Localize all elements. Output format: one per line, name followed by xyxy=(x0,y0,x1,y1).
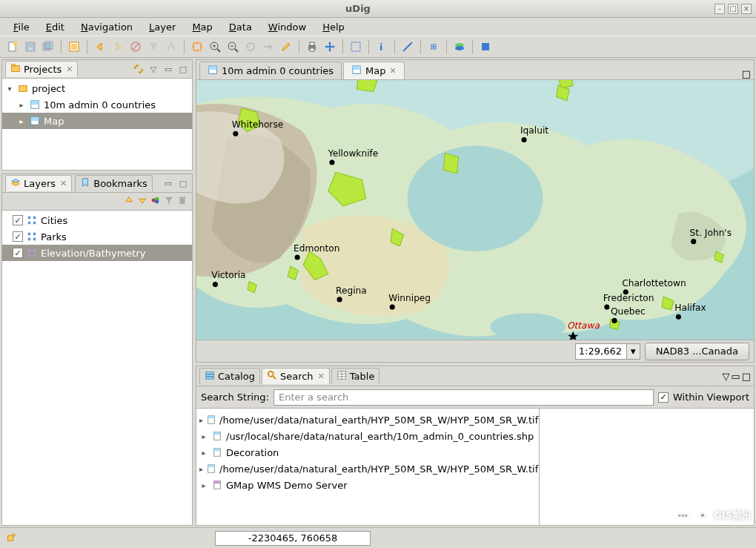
city-dot[interactable] xyxy=(611,318,617,323)
goto-icon[interactable] xyxy=(260,39,276,55)
print-icon[interactable] xyxy=(304,39,320,55)
minimize-icon[interactable]: ▭ xyxy=(731,371,740,382)
scale-input[interactable] xyxy=(575,343,627,360)
measure-icon[interactable] xyxy=(399,39,416,55)
minimize-icon[interactable]: ▭ xyxy=(162,177,174,189)
minimize-icon[interactable]: ▭ xyxy=(162,63,174,75)
within-viewport-checkbox[interactable]: ✓ xyxy=(658,392,669,403)
expand-arrow-icon[interactable]: ▸ xyxy=(199,416,203,424)
maximize-icon[interactable]: □ xyxy=(177,63,189,75)
city-dot[interactable] xyxy=(295,254,300,260)
zoom-extent-icon[interactable] xyxy=(189,39,205,55)
search-result-item[interactable]: ▸ GMap WMS Demo Server xyxy=(196,477,539,493)
close-icon[interactable]: ✕ xyxy=(318,372,325,381)
menu-window[interactable]: Window xyxy=(261,19,314,35)
close-icon[interactable]: ✕ xyxy=(389,66,396,76)
layer-tool-icon[interactable] xyxy=(451,39,468,55)
link-icon[interactable] xyxy=(133,63,145,75)
edit-icon[interactable] xyxy=(278,39,294,55)
expand-arrow-icon[interactable]: ▸ xyxy=(199,449,208,457)
scale-combo[interactable]: ▼ xyxy=(575,343,640,360)
save-all-icon[interactable] xyxy=(40,39,56,55)
close-icon[interactable]: ✕ xyxy=(66,65,73,74)
city-dot[interactable] xyxy=(604,305,609,310)
select-rect-icon[interactable] xyxy=(348,39,364,55)
pan-icon[interactable] xyxy=(322,39,338,55)
city-dot[interactable] xyxy=(337,297,342,302)
info-icon[interactable]: i xyxy=(374,39,390,55)
new-icon[interactable] xyxy=(4,39,21,55)
expand-arrow-icon[interactable]: ▾ xyxy=(5,85,14,93)
delete-icon[interactable] xyxy=(177,195,188,208)
expand-arrow-icon[interactable]: ▸ xyxy=(199,465,203,473)
cancel-icon[interactable] xyxy=(127,39,144,55)
view-menu-icon[interactable]: ▽ xyxy=(147,63,159,75)
city-dot[interactable] xyxy=(521,137,526,142)
search-result-item[interactable]: ▸ Decoration xyxy=(196,444,539,460)
expand-arrow-icon[interactable]: ▸ xyxy=(17,117,26,125)
search-result-item[interactable]: ▸ /home/user/data/natural_earth/HYP_50M_… xyxy=(196,460,539,477)
zoom-out-icon[interactable] xyxy=(225,39,241,55)
refresh-icon[interactable] xyxy=(242,39,259,55)
tool-a-icon[interactable] xyxy=(145,39,162,55)
editor-tab[interactable]: Map ✕ xyxy=(343,62,405,79)
close-icon[interactable]: ✕ xyxy=(60,179,67,188)
layer-checkbox[interactable]: ✓ xyxy=(13,215,23,225)
snap-icon[interactable] xyxy=(425,39,442,55)
tool-b-icon[interactable] xyxy=(163,39,179,55)
editor-tab[interactable]: 10m admin 0 countries xyxy=(199,62,342,79)
layer-checkbox[interactable]: ✓ xyxy=(13,231,23,242)
crs-button[interactable]: NAD83 ...Canada xyxy=(645,343,749,360)
layer-checkbox[interactable]: ✓ xyxy=(13,248,23,258)
menu-help[interactable]: Help xyxy=(315,19,352,35)
search-input[interactable] xyxy=(273,389,654,406)
city-dot[interactable] xyxy=(213,282,218,287)
maximize-icon[interactable]: □ xyxy=(177,177,189,189)
menu-data[interactable]: Data xyxy=(222,19,259,35)
map-canvas[interactable]: WhitehorseIqaluitYellowknifeSt. John'sEd… xyxy=(196,79,754,340)
menu-edit[interactable]: Edit xyxy=(39,19,72,35)
search-result-item[interactable]: ▸ /home/user/data/natural_earth/HYP_50M_… xyxy=(196,412,539,428)
city-dot[interactable] xyxy=(691,239,696,244)
forward-icon[interactable] xyxy=(110,39,126,55)
city-dot[interactable] xyxy=(676,314,681,320)
stop-icon[interactable] xyxy=(477,39,494,55)
city-dot[interactable] xyxy=(233,131,238,136)
project-item[interactable]: ▸ Map xyxy=(2,113,192,129)
search-tab[interactable]: Search ✕ xyxy=(262,368,330,384)
layer-item[interactable]: ✓ Parks xyxy=(2,228,192,245)
coordinate-display[interactable]: -2230465, 760658 xyxy=(215,531,371,546)
expand-arrow-icon[interactable]: ▸ xyxy=(17,101,26,109)
back-icon[interactable] xyxy=(92,39,108,55)
layer-item[interactable]: ✓ Cities xyxy=(2,212,192,228)
projects-tab[interactable]: Projects ✕ xyxy=(5,61,78,77)
search-result-item[interactable]: ▸ /usr/local/share/data/natural_earth/10… xyxy=(196,428,539,444)
menu-layer[interactable]: Layer xyxy=(142,19,183,35)
window-maximize-button[interactable]: □ xyxy=(728,4,738,14)
catalog-tab[interactable]: Catalog xyxy=(199,368,260,384)
layer-item[interactable]: ✓ Elevation/Bathymetry xyxy=(2,245,192,261)
maximize-icon[interactable]: □ xyxy=(742,371,751,382)
move-up-icon[interactable] xyxy=(124,195,134,208)
filter-icon[interactable] xyxy=(164,195,174,208)
save-icon[interactable] xyxy=(22,39,39,55)
layers-tab[interactable]: Layers ✕ xyxy=(5,175,72,191)
table-tab[interactable]: Table xyxy=(331,368,380,384)
window-close-button[interactable]: × xyxy=(741,4,752,14)
expand-arrow-icon[interactable]: ▸ xyxy=(199,481,208,489)
menu-file[interactable]: File xyxy=(6,19,37,35)
menu-map[interactable]: Map xyxy=(185,19,219,35)
maximize-icon[interactable]: □ xyxy=(742,68,751,79)
menu-navigation[interactable]: Navigation xyxy=(73,19,140,35)
window-minimize-button[interactable]: – xyxy=(714,4,725,14)
move-down-icon[interactable] xyxy=(137,195,147,208)
open-map-icon[interactable] xyxy=(66,39,82,55)
bookmarks-tab[interactable]: Bookmarks xyxy=(75,175,153,191)
project-item[interactable]: ▸ 10m admin 0 countries xyxy=(2,96,192,113)
city-dot[interactable] xyxy=(390,305,395,310)
style-icon[interactable] xyxy=(150,195,161,208)
zoom-in-icon[interactable] xyxy=(207,39,223,55)
city-dot[interactable] xyxy=(329,159,334,165)
scale-dropdown-icon[interactable]: ▼ xyxy=(627,343,640,360)
expand-arrow-icon[interactable]: ▸ xyxy=(199,432,208,440)
